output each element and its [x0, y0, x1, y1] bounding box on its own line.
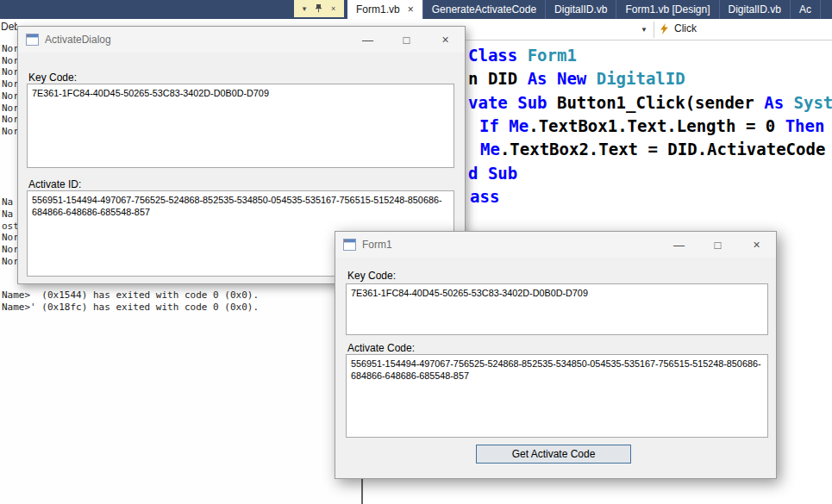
output-line: Name>' (0x18fc) has exited with code 0 (…: [2, 302, 259, 313]
minimize-button[interactable]: —: [348, 27, 387, 53]
tab-digitalid-vb[interactable]: DigitalID.vb: [720, 0, 791, 19]
window-title: Form1: [362, 239, 392, 251]
key-code-textbox[interactable]: 7E361-1FC84-40D45-50265-53C83-3402D-D0B0…: [27, 84, 454, 168]
output-source-label-fragment: Deb: [1, 21, 17, 33]
tab-close-icon[interactable]: ×: [408, 3, 414, 16]
tool-window-controls: ▾ ×: [294, 0, 344, 17]
tab-ac[interactable]: Ac: [791, 0, 821, 19]
vs-ide-screen: ▾ × Form1.vb×GenerateActivateCodeDigital…: [0, 0, 832, 504]
types-dropdown-arrow-icon[interactable]: ▼: [641, 26, 647, 34]
key-code-textbox[interactable]: 7E361-1FC84-40D45-50265-53C83-3402D-D0B0…: [346, 283, 768, 335]
window-menu-dropdown-icon[interactable]: ▾: [303, 5, 307, 13]
tab-label: GenerateActivateCode: [432, 3, 536, 16]
activate-dialog-titlebar[interactable]: ActivateDialog — □ ×: [18, 27, 465, 53]
tab-bar: Form1.vb×GenerateActivateCodeDigitalID.v…: [347, 0, 832, 19]
code-line: Class Form1: [468, 45, 577, 65]
tab-form1-vb-design-[interactable]: Form1.vb [Design]: [616, 0, 719, 19]
navbar-separator: [654, 22, 654, 38]
title-strip: ▾ × Form1.vb×GenerateActivateCodeDigital…: [0, 0, 832, 19]
activate-code-textbox[interactable]: 556951-154494-497067-756525-524868-85253…: [346, 354, 768, 438]
key-code-label: Key Code:: [347, 270, 396, 282]
tab-label: Form1.vb [Design]: [625, 3, 710, 16]
form1-window: Form1 — □ × Key Code: 7E361-1FC84-40D45-…: [335, 231, 777, 479]
activate-id-label: Activate ID:: [28, 178, 81, 190]
code-line: ass: [470, 186, 499, 207]
code-line: If Me.TextBox1.Text.Length = 0 Then: [479, 115, 824, 136]
maximize-button[interactable]: □: [387, 27, 426, 53]
key-code-label: Key Code:: [28, 72, 77, 84]
window-title: ActivateDialog: [45, 34, 111, 46]
members-dropdown[interactable]: Click: [660, 22, 697, 34]
member-name: Click: [674, 22, 697, 34]
code-line: Me.TextBox2.Text = DID.ActivateCode: [480, 139, 825, 159]
tab-digitalid-vb[interactable]: DigitalID.vb: [546, 0, 616, 19]
tab-generateactivatecode[interactable]: GenerateActivateCode: [423, 0, 546, 19]
window-controls: — □ ×: [348, 27, 465, 53]
form-icon: [343, 239, 356, 251]
form-icon: [26, 34, 39, 46]
code-line: n DID As New DigitalID: [468, 68, 685, 89]
close-button[interactable]: ×: [426, 27, 465, 53]
tab-label: Ac: [799, 3, 811, 16]
event-icon: [660, 23, 669, 34]
close-button[interactable]: ×: [737, 232, 776, 258]
output-fragments: Nor Nor Nor Nor Nor Nor Nor Nor Na Na os…: [2, 43, 19, 267]
tool-window-close-icon[interactable]: ×: [331, 5, 335, 13]
tab-label: Form1.vb: [356, 3, 400, 16]
minimize-button[interactable]: —: [660, 232, 698, 258]
code-line: d Sub: [468, 163, 517, 184]
tab-label: DigitalID.vb: [554, 3, 607, 16]
maximize-button[interactable]: □: [698, 232, 737, 258]
window-controls: — □ ×: [660, 232, 776, 258]
code-line: vate Sub Button1_Click(sender As Syst: [468, 92, 832, 113]
form1-titlebar[interactable]: Form1 — □ ×: [335, 232, 776, 258]
tab-label: DigitalID.vb: [729, 3, 781, 16]
auto-hide-pin-icon[interactable]: [315, 3, 322, 15]
activate-code-label: Activate Code:: [347, 342, 415, 354]
get-activate-code-button[interactable]: Get Activate Code: [476, 445, 631, 464]
output-line: Name> (0x1544) has exited with code 0 (0…: [2, 289, 259, 301]
tab-form1-vb[interactable]: Form1.vb×: [347, 0, 423, 19]
